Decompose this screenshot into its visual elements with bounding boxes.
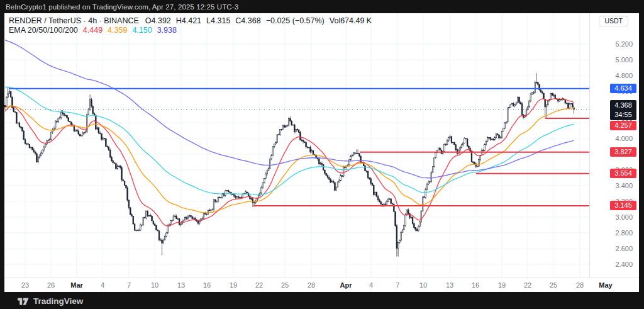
ema50-value: 4.359	[108, 26, 127, 35]
ohlc-high: H4.421	[176, 16, 201, 26]
price-level-label: 4.257	[610, 121, 636, 130]
time-axis-label: 16	[463, 281, 488, 289]
price-axis-label: 2.600	[595, 244, 633, 253]
time-axis-label: 10	[142, 281, 167, 289]
candlestick-chart[interactable]	[4, 13, 589, 278]
price-axis-label: 3.000	[595, 213, 633, 222]
ema200-value: 3.938	[157, 26, 177, 35]
attribution-bar: BeInCrypto1 published on TradingView.com…	[6, 1, 238, 12]
time-axis-label: 13	[169, 281, 194, 289]
chart-panel: RENDER / TetherUS · 4h · BINANCE O4.392 …	[4, 13, 639, 292]
time-axis-label: 19	[221, 281, 246, 289]
time-axis-label: 7	[116, 281, 142, 289]
tradingview-logo-icon[interactable]	[18, 296, 29, 306]
time-axis-label: 4	[90, 281, 115, 289]
ema20-value: 4.449	[83, 26, 103, 35]
time-axis-label: 23	[13, 281, 38, 289]
bar-countdown: 34:55	[610, 110, 636, 120]
candles	[4, 73, 574, 256]
ohlc-low: L4.315	[206, 16, 230, 26]
time-axis-label: 28	[299, 281, 324, 289]
price-level-label: 3.827	[610, 147, 636, 157]
time-axis-label: 25	[272, 281, 297, 289]
time-axis-label: 28	[567, 281, 592, 289]
time-axis-label: Mar	[64, 281, 89, 289]
time-axis-label: 22	[515, 281, 540, 289]
price-axis-label: 5.200	[595, 40, 633, 48]
price-change: −0.025 (−0.57%)	[266, 16, 325, 26]
price-axis[interactable]: 5.2005.0004.8004.6004.4004.2004.0003.800…	[589, 13, 640, 278]
time-axis-label: 22	[247, 281, 272, 289]
time-axis-label: 13	[437, 281, 462, 289]
time-axis-label: 4	[358, 281, 384, 289]
price-axis-label: 4.800	[595, 71, 633, 80]
current-price-label: 4.36834:55	[610, 100, 636, 120]
currency-toggle-button[interactable]: USDT	[599, 16, 628, 26]
ema-indicator-row[interactable]: EMA 20/50/100/200 4.449 4.359 4.150 3.93…	[9, 26, 372, 35]
footer-bar: TradingView	[18, 295, 83, 307]
ema20-line[interactable]	[5, 99, 574, 226]
time-axis-label: 10	[411, 281, 436, 289]
price-axis-label: 5.000	[595, 55, 633, 64]
symbol-title[interactable]: RENDER / TetherUS · 4h · BINANCE	[9, 16, 139, 26]
grid-lines	[4, 13, 589, 278]
time-axis-label: 16	[194, 281, 219, 289]
price-axis-label: 4.000	[595, 134, 633, 143]
time-axis-label: 26	[38, 281, 64, 289]
time-axis-label: Apr	[333, 281, 358, 289]
price-level-label: 4.634	[610, 84, 636, 93]
price-axis-label: 2.400	[595, 260, 633, 269]
time-axis-label: 25	[541, 281, 566, 289]
attribution-text: BeInCrypto1 published on TradingView.com…	[6, 3, 238, 11]
chart-legend: RENDER / TetherUS · 4h · BINANCE O4.392 …	[9, 16, 372, 35]
time-axis-label: 7	[385, 281, 410, 289]
tradingview-brand-text[interactable]: TradingView	[33, 296, 83, 306]
time-axis-label: May	[593, 281, 618, 289]
price-level-label: 3.554	[610, 169, 636, 178]
ema-indicator-label[interactable]: EMA 20/50/100/200	[9, 26, 78, 35]
volume-value: Vol674.49 K	[330, 16, 372, 26]
symbol-row[interactable]: RENDER / TetherUS · 4h · BINANCE O4.392 …	[9, 16, 372, 26]
current-price-value: 4.368	[610, 101, 636, 110]
price-level-label: 3.145	[610, 201, 636, 210]
ohlc-close: C4.368	[235, 16, 260, 26]
price-axis-label: 3.400	[595, 181, 633, 190]
ohlc-open: O4.392	[145, 16, 171, 26]
time-axis-label: 19	[489, 281, 514, 289]
time-axis[interactable]: 2326Mar4710131619222528Apr47101316192225…	[4, 278, 639, 293]
price-axis-label: 2.800	[595, 228, 633, 237]
ema100-value: 4.150	[132, 26, 152, 35]
page-background: BeInCrypto1 published on TradingView.com…	[0, 0, 644, 309]
ema-lines	[5, 40, 574, 226]
